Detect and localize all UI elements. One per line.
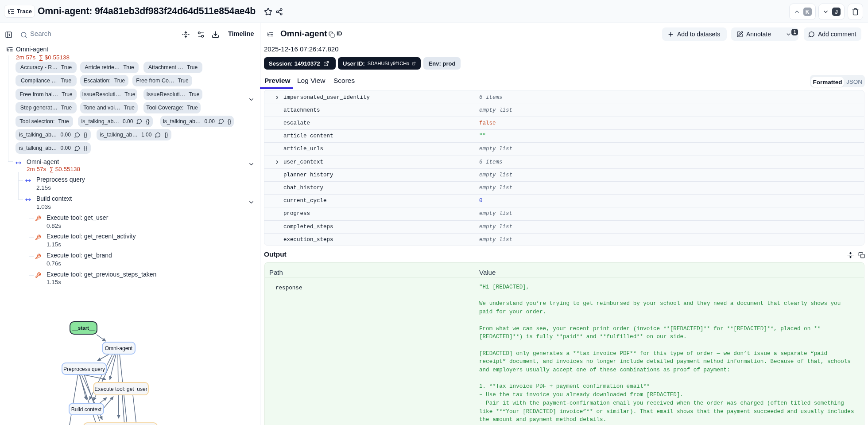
svg-text:Omni-agent: Omni-agent	[105, 345, 133, 351]
svg-text:__start__: __start__	[72, 325, 95, 331]
svg-text:Build context: Build context	[71, 406, 102, 413]
svg-text:Preprocess query: Preprocess query	[63, 366, 105, 372]
svg-text:Execute tool: get_user: Execute tool: get_user	[94, 386, 147, 392]
